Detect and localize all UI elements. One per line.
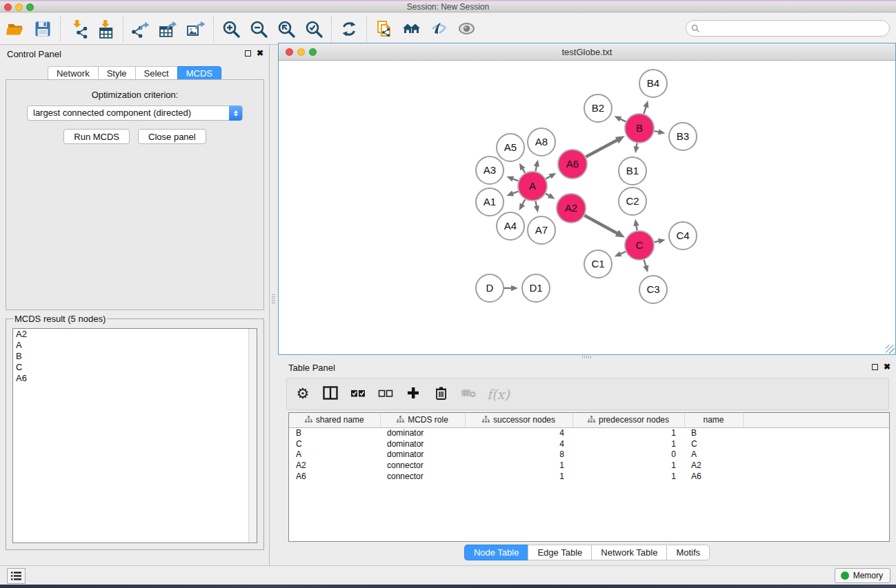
column-header-successor-nodes[interactable]: successor nodes: [465, 413, 573, 427]
graph-node-B3[interactable]: B3: [669, 123, 697, 150]
vertical-splitter-grip[interactable]: [272, 294, 275, 304]
select-all-button[interactable]: [349, 384, 367, 405]
refresh-button[interactable]: [335, 16, 363, 42]
mcds-result-item[interactable]: A6: [13, 373, 257, 384]
table-close-panel-icon[interactable]: ✖: [884, 363, 890, 370]
hide-details-button[interactable]: [426, 16, 453, 42]
cell[interactable]: 1: [465, 471, 573, 482]
cell[interactable]: A: [289, 449, 380, 460]
tab-motifs[interactable]: Motifs: [666, 545, 710, 560]
zoom-out-button[interactable]: [245, 16, 272, 42]
export-image-button[interactable]: [182, 16, 210, 42]
graph-node-A5[interactable]: A5: [497, 134, 524, 161]
zoom-fit-button[interactable]: [272, 16, 300, 42]
tab-style[interactable]: Style: [98, 66, 135, 81]
optimization-select[interactable]: largest connected component (directed): [27, 105, 243, 121]
graph-node-D1[interactable]: D1: [522, 274, 550, 302]
tab-edge-table[interactable]: Edge Table: [528, 545, 591, 560]
graph-node-A2[interactable]: A2: [557, 194, 586, 223]
column-header-MCDS-role[interactable]: MCDS role: [380, 413, 465, 427]
window-resize-grip[interactable]: [886, 345, 895, 354]
cell[interactable]: C: [684, 438, 743, 449]
graph-node-B1[interactable]: B1: [619, 157, 646, 185]
graph-node-C2[interactable]: C2: [619, 187, 646, 215]
graph-node-A8[interactable]: A8: [528, 128, 555, 156]
add-column-button[interactable]: [404, 384, 422, 405]
import-table-button[interactable]: [92, 16, 119, 42]
export-table-button[interactable]: [155, 16, 182, 42]
column-header-shared-name[interactable]: shared name: [289, 413, 380, 427]
export-network-button[interactable]: [127, 16, 155, 42]
cell[interactable]: 4: [465, 438, 573, 449]
search-input[interactable]: [700, 21, 889, 35]
memory-button[interactable]: Memory: [835, 568, 890, 583]
tab-network[interactable]: Network: [48, 66, 98, 81]
graph-node-B4[interactable]: B4: [639, 70, 667, 97]
mcds-result-item[interactable]: A2: [13, 329, 257, 340]
cell[interactable]: dominator: [380, 438, 465, 449]
graph-node-B[interactable]: B: [625, 114, 654, 143]
cell[interactable]: 1: [573, 427, 684, 438]
graph-node-C3[interactable]: C3: [639, 276, 667, 303]
graph-node-B2[interactable]: B2: [584, 94, 612, 122]
cell[interactable]: 1: [573, 460, 684, 471]
graph-node-D[interactable]: D: [476, 274, 504, 302]
close-panel-button[interactable]: Close panel: [138, 129, 206, 144]
cell[interactable]: 1: [573, 438, 684, 449]
search-box[interactable]: [686, 20, 890, 37]
graph-node-A6[interactable]: A6: [558, 150, 587, 179]
cell[interactable]: A: [684, 449, 743, 460]
deselect-all-button[interactable]: [377, 384, 395, 405]
mcds-result-item[interactable]: C: [13, 362, 257, 373]
network-canvas[interactable]: AA5A8A3A1A4A7A6A2BB2B4B3B1C2CC4C1C3DD1: [279, 61, 895, 354]
tab-network-table[interactable]: Network Table: [591, 545, 666, 560]
cell[interactable]: A6: [684, 471, 743, 482]
cell[interactable]: A6: [289, 471, 380, 482]
cell[interactable]: B: [289, 427, 380, 438]
cell[interactable]: B: [684, 427, 743, 438]
close-panel-icon[interactable]: ✖: [257, 50, 263, 57]
cell[interactable]: dominator: [380, 427, 465, 438]
show-graphics-button[interactable]: [453, 16, 481, 42]
mcds-result-item[interactable]: B: [13, 351, 257, 362]
import-network-button[interactable]: [64, 16, 92, 42]
table-row[interactable]: A6connector11A6: [289, 471, 889, 482]
graph-node-A[interactable]: A: [518, 172, 547, 201]
tab-node-table[interactable]: Node Table: [464, 545, 528, 560]
graph-node-A7[interactable]: A7: [528, 216, 555, 244]
zoom-selected-button[interactable]: [300, 16, 328, 42]
cell[interactable]: 0: [573, 449, 684, 460]
mcds-result-item[interactable]: A: [13, 340, 257, 351]
cell[interactable]: C: [289, 438, 380, 449]
cell[interactable]: connector: [380, 460, 465, 471]
cell[interactable]: connector: [380, 471, 465, 482]
clone-network-button[interactable]: [370, 16, 398, 42]
result-list-scrollbar[interactable]: [248, 329, 257, 543]
zoom-in-button[interactable]: [217, 16, 245, 42]
open-session-button[interactable]: [1, 16, 29, 42]
table-row[interactable]: Adominator80A: [289, 449, 889, 460]
graph-node-A3[interactable]: A3: [476, 156, 504, 184]
cell[interactable]: A2: [684, 460, 743, 471]
graph-node-C4[interactable]: C4: [669, 222, 697, 250]
column-layout-button[interactable]: [321, 384, 339, 405]
home-pages-button[interactable]: [398, 16, 426, 42]
graph-node-C[interactable]: C: [625, 231, 654, 260]
graph-node-A4[interactable]: A4: [497, 212, 524, 240]
graph-node-A1[interactable]: A1: [476, 188, 504, 216]
cell[interactable]: 1: [573, 471, 684, 482]
cell[interactable]: 8: [465, 449, 573, 460]
table-row[interactable]: A2connector11A2: [289, 460, 889, 471]
table-row[interactable]: Cdominator41C: [289, 438, 889, 449]
show-panels-button[interactable]: [7, 568, 26, 584]
column-header-predecessor-nodes[interactable]: predecessor nodes: [573, 413, 684, 427]
float-panel-icon[interactable]: [245, 50, 251, 57]
tab-select[interactable]: Select: [135, 66, 177, 81]
run-mcds-button[interactable]: Run MCDS: [63, 129, 130, 144]
cell[interactable]: 1: [465, 460, 573, 471]
tab-mcds[interactable]: MCDS: [177, 66, 221, 81]
column-header-empty[interactable]: [743, 413, 889, 427]
delete-column-button[interactable]: [432, 384, 450, 405]
graph-node-C1[interactable]: C1: [584, 250, 612, 278]
table-float-panel-icon[interactable]: [872, 364, 878, 370]
